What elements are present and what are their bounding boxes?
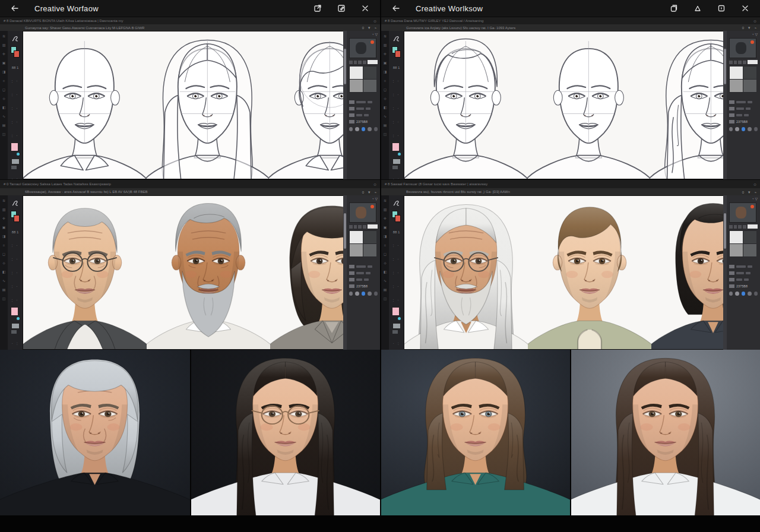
- tool-glyph[interactable]: : ·: [392, 266, 400, 277]
- dot[interactable]: [374, 127, 378, 131]
- layer-row[interactable]: [729, 100, 758, 104]
- menubar-right-icon[interactable]: ⊙: [373, 19, 376, 23]
- menubar-right-icon[interactable]: ⊙: [753, 19, 756, 23]
- layer-row[interactable]: [729, 277, 758, 282]
- brush-icon[interactable]: [392, 198, 401, 208]
- dock-glyph[interactable]: ◧: [2, 106, 6, 109]
- tool-glyph[interactable]: : ·: [11, 129, 18, 140]
- swatch[interactable]: [363, 244, 376, 256]
- dot[interactable]: [729, 292, 733, 296]
- dock-glyph[interactable]: ▥: [384, 208, 387, 211]
- swatch[interactable]: [350, 231, 363, 243]
- panel-button[interactable]: [363, 61, 366, 64]
- gray-swatch[interactable]: [11, 159, 20, 169]
- back-icon[interactable]: [387, 3, 405, 14]
- dot[interactable]: [748, 292, 751, 296]
- layer-row[interactable]: [729, 113, 758, 118]
- layer-row[interactable]: [729, 264, 758, 269]
- dot[interactable]: [355, 292, 359, 296]
- gray-swatch[interactable]: [392, 323, 401, 334]
- panel-button[interactable]: [349, 61, 353, 64]
- dot[interactable]: [735, 127, 739, 131]
- gray-swatch[interactable]: [392, 159, 401, 169]
- dock-glyph[interactable]: ≋: [2, 34, 5, 38]
- swatch[interactable]: [350, 244, 363, 256]
- tool-glyph[interactable]: : ·: [11, 280, 18, 290]
- scrollbar-thumb[interactable]: [344, 213, 346, 249]
- dot[interactable]: [374, 292, 378, 296]
- dock-glyph[interactable]: ∿: [2, 115, 5, 118]
- dock-glyph[interactable]: ◧: [384, 106, 387, 109]
- tool-glyph[interactable]: : ·: [392, 280, 400, 290]
- dock-glyph[interactable]: ✛: [384, 217, 387, 220]
- dock-glyph[interactable]: ◫: [2, 297, 6, 300]
- panel-button[interactable]: [743, 61, 746, 64]
- white-swatch[interactable]: [748, 60, 758, 64]
- active-dot[interactable]: [742, 292, 745, 296]
- navigator-thumbnail[interactable]: [729, 38, 756, 58]
- dock-glyph[interactable]: ◨: [2, 70, 6, 74]
- gray-swatch[interactable]: [11, 323, 20, 334]
- dock-glyph[interactable]: ◨: [384, 235, 387, 238]
- dot[interactable]: [748, 127, 751, 131]
- tool-glyph[interactable]: : ·: [11, 102, 18, 112]
- pink-swatch[interactable]: [392, 142, 401, 156]
- swatch[interactable]: [743, 66, 756, 79]
- layer-row[interactable]: [349, 113, 378, 118]
- edit-icon[interactable]: [332, 3, 350, 14]
- swatch[interactable]: [730, 80, 743, 92]
- tool-glyph[interactable]: : ·: [392, 293, 400, 304]
- navigator-thumbnail[interactable]: [349, 202, 376, 223]
- color-chip-stack[interactable]: [392, 211, 401, 222]
- scrollbar[interactable]: [723, 31, 727, 179]
- dock-glyph[interactable]: ▣: [384, 226, 387, 229]
- pink-swatch[interactable]: [11, 307, 20, 320]
- color-chip-stack[interactable]: [11, 211, 20, 222]
- scrollbar-thumb[interactable]: [344, 49, 346, 84]
- tool-options[interactable]: Bsvwwvra wu), fsuvws rbrvcnt utd Bfo sur…: [406, 190, 510, 194]
- swatch[interactable]: [350, 80, 363, 92]
- close-icon[interactable]: [736, 3, 754, 14]
- dock-glyph[interactable]: ◻: [2, 252, 5, 256]
- dot[interactable]: [729, 127, 733, 131]
- panel-button[interactable]: [354, 225, 357, 229]
- panel-button[interactable]: [734, 225, 737, 229]
- menubar-right-icon[interactable]: ⊙: [373, 182, 376, 186]
- dock-glyph[interactable]: ◫: [384, 132, 387, 136]
- dot[interactable]: [754, 127, 758, 131]
- dock-glyph[interactable]: ▤: [384, 288, 387, 292]
- options-right-controls[interactable]: 0 ▼ ⌁: [742, 190, 758, 194]
- layer-label-row[interactable]: 2375B8: [729, 119, 758, 124]
- menu-items[interactable]: # 0 Tamaol Gataicstey Salssa Lataes Tada…: [4, 182, 111, 186]
- dock-glyph[interactable]: ◫: [384, 297, 387, 300]
- dot[interactable]: [349, 292, 353, 296]
- pink-swatch[interactable]: [392, 307, 401, 320]
- layer-checkbox[interactable]: [729, 120, 734, 124]
- dock-glyph[interactable]: ▣: [2, 226, 6, 229]
- canvas-mid-left[interactable]: [23, 195, 343, 350]
- dock-glyph[interactable]: ▥: [2, 208, 6, 211]
- tool-glyph[interactable]: : ·: [11, 239, 18, 249]
- tool-glyph[interactable]: : ·: [11, 115, 18, 126]
- swatch[interactable]: [730, 231, 743, 243]
- dock-glyph[interactable]: ◧: [2, 270, 6, 274]
- dock-glyph[interactable]: ◨: [2, 235, 6, 238]
- dock-glyph[interactable]: ≋: [384, 34, 387, 38]
- tool-glyph[interactable]: : ·: [11, 88, 18, 99]
- layer-row[interactable]: [349, 271, 378, 276]
- layer-label-row[interactable]: 2375B8: [729, 284, 758, 289]
- tool-glyph[interactable]: : ·: [392, 129, 400, 140]
- dock-glyph[interactable]: ⟐: [2, 97, 5, 100]
- tool-options[interactable]: Gvmsvwns ica Anjiaty (aks Lsvuzu) Sfo oa…: [406, 26, 515, 30]
- white-swatch[interactable]: [368, 224, 378, 229]
- dock-glyph[interactable]: ⌗: [384, 243, 386, 247]
- dock-glyph[interactable]: ◨: [384, 70, 387, 74]
- menu-items[interactable]: # 8 Sawaal Famsuar (8 Gwsar tucst savs B…: [385, 182, 487, 186]
- layer-checkbox[interactable]: [729, 284, 734, 288]
- pen-icon[interactable]: [689, 3, 707, 14]
- dock-glyph[interactable]: ✛: [384, 52, 387, 56]
- export-icon[interactable]: [309, 3, 327, 14]
- menu-items[interactable]: # 8 Daunsa Dana MUTWY GIRLEY YEJ Datrova…: [385, 19, 483, 23]
- dock-glyph[interactable]: ▥: [2, 43, 6, 47]
- tool-glyph[interactable]: : ·: [392, 88, 400, 99]
